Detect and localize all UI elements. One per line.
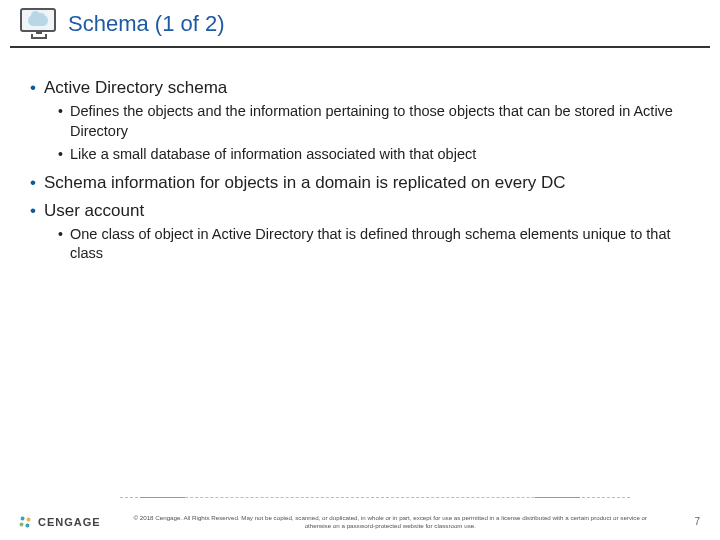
brand-text: CENGAGE bbox=[38, 516, 101, 528]
brand-dots-icon bbox=[19, 516, 31, 528]
slide-footer: CENGAGE © 2018 Cengage. All Rights Reser… bbox=[0, 514, 720, 530]
bullet-text: User account bbox=[44, 201, 144, 220]
bullet-text: Defines the objects and the information … bbox=[70, 103, 673, 139]
decorative-line bbox=[120, 497, 630, 498]
bullet-text: Active Directory schema bbox=[44, 78, 227, 97]
bullet-text: Schema information for objects in a doma… bbox=[44, 173, 566, 192]
slide-header: Schema (1 of 2) bbox=[10, 0, 710, 48]
bullet-level2: Like a small database of information ass… bbox=[58, 145, 690, 165]
bullet-text: One class of object in Active Directory … bbox=[70, 226, 670, 262]
bullet-level2: Defines the objects and the information … bbox=[58, 102, 690, 141]
page-number: 7 bbox=[680, 516, 700, 527]
brand-logo: CENGAGE bbox=[20, 516, 101, 528]
monitor-cloud-icon bbox=[20, 8, 58, 40]
slide-title: Schema (1 of 2) bbox=[68, 11, 225, 37]
bullet-text: Like a small database of information ass… bbox=[70, 146, 476, 162]
bullet-level1: Schema information for objects in a doma… bbox=[30, 173, 690, 193]
bullet-level2: One class of object in Active Directory … bbox=[58, 225, 690, 264]
slide-content: Active Directory schema Defines the obje… bbox=[0, 48, 720, 282]
bullet-level1: Active Directory schema Defines the obje… bbox=[30, 78, 690, 165]
bullet-level1: User account One class of object in Acti… bbox=[30, 201, 690, 264]
copyright-text: © 2018 Cengage. All Rights Reserved. May… bbox=[101, 514, 680, 530]
